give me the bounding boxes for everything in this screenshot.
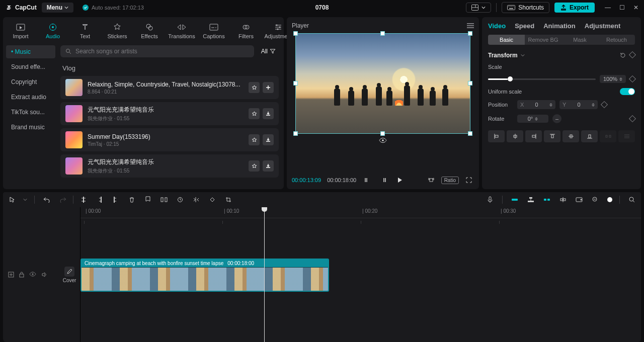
zoom-fit-button[interactable] xyxy=(627,195,637,205)
keyframe-icon[interactable] xyxy=(629,75,636,82)
add-track-button[interactable] xyxy=(8,272,14,278)
trim-left-button[interactable] xyxy=(95,195,105,205)
keyframe-icon[interactable] xyxy=(629,51,636,58)
close-button[interactable]: ✕ xyxy=(632,4,640,11)
resize-handle[interactable] xyxy=(294,81,297,85)
align-right-button[interactable] xyxy=(525,130,542,142)
zoom-out-button[interactable] xyxy=(590,195,600,205)
align-hcenter-button[interactable] xyxy=(507,130,523,142)
props-tab-adjustment[interactable]: Adjustment xyxy=(585,22,621,30)
align-bottom-button[interactable] xyxy=(581,130,598,142)
resize-handle[interactable] xyxy=(381,132,384,135)
download-button[interactable] xyxy=(263,108,274,119)
layout-button[interactable] xyxy=(466,3,491,13)
tab-audio[interactable]: Audio xyxy=(38,20,67,41)
tab-captions[interactable]: Captions xyxy=(199,20,228,41)
rotate-decrement[interactable]: – xyxy=(552,114,561,123)
align-top-button[interactable] xyxy=(544,130,560,142)
tab-effects[interactable]: Effects xyxy=(135,20,164,41)
position-y-input[interactable]: Y 0 xyxy=(559,100,598,109)
preview-axis-button[interactable] xyxy=(558,195,568,205)
mute-track-icon[interactable] xyxy=(41,272,47,278)
next-frame-button[interactable] xyxy=(378,175,388,185)
subtab-retouch[interactable]: Retouch xyxy=(598,35,635,45)
resize-handle[interactable] xyxy=(468,132,472,135)
crop-button[interactable] xyxy=(223,195,233,205)
subtab-basic[interactable]: Basic xyxy=(488,35,525,45)
filter-button[interactable]: All xyxy=(258,46,279,57)
reset-icon[interactable] xyxy=(620,52,626,58)
visibility-icon[interactable] xyxy=(379,137,387,143)
download-button[interactable] xyxy=(263,160,274,172)
resize-handle[interactable] xyxy=(381,32,384,35)
favorite-button[interactable] xyxy=(249,160,260,172)
add-button[interactable] xyxy=(263,82,274,93)
minimize-button[interactable]: — xyxy=(604,4,612,11)
mirror-button[interactable] xyxy=(191,195,201,205)
mic-button[interactable] xyxy=(485,195,495,205)
resize-handle[interactable] xyxy=(294,132,297,135)
cover-button[interactable]: Cover xyxy=(60,267,78,283)
timeline-clip[interactable]: Cinemagraph camping at beach with bonfir… xyxy=(80,259,329,292)
trim-right-button[interactable] xyxy=(111,195,121,205)
download-button[interactable] xyxy=(263,134,274,145)
search-input[interactable]: Search songs or artists xyxy=(60,45,254,57)
song-item[interactable]: 元气阳光充满希望纯音乐我先做作业 · 01:55 xyxy=(60,154,279,178)
position-x-input[interactable]: X 0 xyxy=(517,100,555,109)
song-item[interactable]: Relaxing, Simple, Countryside, Travel, N… xyxy=(60,76,279,99)
keyframe-icon[interactable] xyxy=(629,115,636,122)
rotate-button[interactable] xyxy=(207,195,217,205)
player-menu-button[interactable] xyxy=(467,23,474,28)
props-tab-animation[interactable]: Animation xyxy=(543,22,576,30)
resize-handle[interactable] xyxy=(294,32,297,35)
reverse-button[interactable] xyxy=(175,195,185,205)
fullscreen-button[interactable] xyxy=(464,175,474,185)
timeline[interactable]: Cover | 00:00| 00:10| 00:20| 00:30 Cinem… xyxy=(3,207,641,342)
scale-slider[interactable] xyxy=(488,78,596,80)
chevron-down-icon[interactable] xyxy=(23,198,27,202)
preview-canvas[interactable] xyxy=(295,33,470,134)
song-item[interactable]: Summer Day(1533196)TimTaj · 02:15 xyxy=(60,128,279,151)
resize-handle[interactable] xyxy=(468,81,472,85)
favorite-button[interactable] xyxy=(249,134,260,145)
undo-button[interactable] xyxy=(42,195,52,205)
tab-filters[interactable]: Filters xyxy=(231,20,261,41)
ratio-button[interactable]: Ratio xyxy=(441,177,459,184)
category-item[interactable]: Extract audio xyxy=(6,91,55,104)
rotate-input[interactable]: 0° xyxy=(517,115,548,123)
song-item[interactable]: 元气阳光充满希望纯音乐我先做作业 · 01:55 xyxy=(60,102,279,125)
chevron-down-icon[interactable] xyxy=(521,53,525,57)
play-button[interactable] xyxy=(394,175,405,185)
category-item[interactable]: TikTok sou... xyxy=(6,106,55,119)
keyframe-icon[interactable] xyxy=(601,101,608,108)
prev-frame-button[interactable] xyxy=(362,175,372,185)
tab-import[interactable]: Import xyxy=(6,20,35,41)
align-left-button[interactable] xyxy=(488,130,505,142)
export-button[interactable]: Export xyxy=(554,3,595,13)
zoom-slider-thumb[interactable] xyxy=(607,197,612,202)
eye-track-icon[interactable] xyxy=(29,272,36,278)
freeze-button[interactable] xyxy=(159,195,169,205)
scale-value-input[interactable]: 100% xyxy=(600,75,626,83)
subtab-remove-bg[interactable]: Remove BG xyxy=(525,35,561,45)
snapshot-button[interactable] xyxy=(426,175,436,185)
delete-button[interactable] xyxy=(127,195,137,205)
category-item[interactable]: Copyright xyxy=(6,75,55,89)
split-button[interactable] xyxy=(78,195,89,205)
menu-button[interactable]: Menu xyxy=(42,3,73,13)
redo-button[interactable] xyxy=(58,195,68,205)
category-item[interactable]: Sound effe... xyxy=(6,60,55,73)
playhead[interactable] xyxy=(264,207,265,342)
favorite-button[interactable] xyxy=(249,82,260,93)
magnet-track-button[interactable] xyxy=(526,195,536,205)
favorite-button[interactable] xyxy=(249,108,260,119)
maximize-button[interactable]: ☐ xyxy=(618,4,626,11)
project-title[interactable]: 0708 xyxy=(315,4,329,11)
resize-handle[interactable] xyxy=(468,32,472,35)
link-button[interactable] xyxy=(542,195,552,205)
marker-button[interactable] xyxy=(143,195,153,205)
category-item[interactable]: Brand music xyxy=(6,121,55,134)
preview-render-button[interactable] xyxy=(574,195,584,205)
subtab-mask[interactable]: Mask xyxy=(561,35,598,45)
shortcuts-button[interactable]: Shortcuts xyxy=(502,2,549,13)
